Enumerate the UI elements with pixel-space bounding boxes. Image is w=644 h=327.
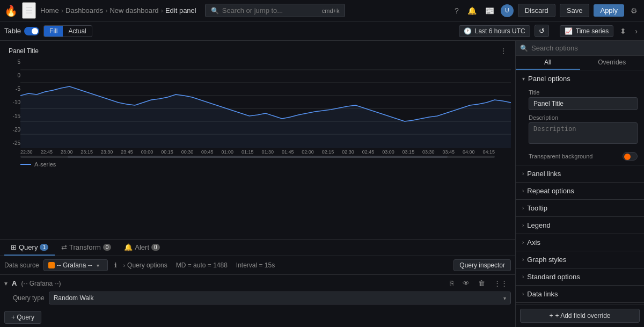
breadcrumb-dashboards[interactable]: Dashboards — [65, 6, 103, 14]
query-type-select[interactable]: Random Walk ▾ — [49, 292, 511, 304]
transform-tab-label: Transform — [69, 243, 101, 251]
help-icon-button[interactable]: ? — [452, 4, 461, 17]
breadcrumb-new-dashboard[interactable]: New dashboard — [109, 6, 158, 14]
data-links-header[interactable]: › Data links — [516, 286, 644, 302]
y-axis-labels: 5 0 -5 -10 -15 -20 -25 — [4, 57, 20, 148]
query-tab-badge: 1 — [40, 244, 48, 251]
clock-icon: 🕐 — [464, 27, 472, 35]
tab-alert[interactable]: 🔔 Alert 0 — [118, 240, 166, 256]
option-group-panel-options: ▾ Panel options Title Description Transp… — [516, 70, 644, 165]
fill-button[interactable]: Fill — [44, 26, 63, 37]
legend-line — [20, 164, 31, 165]
query-drag-button[interactable]: ⋮⋮ — [491, 278, 511, 288]
save-button[interactable]: Save — [560, 4, 590, 17]
table-view-toggle[interactable] — [24, 27, 39, 35]
transparent-bg-toggle[interactable] — [623, 152, 638, 161]
table-view-label: Table — [4, 27, 21, 35]
query-type-row: Query type Random Walk ▾ — [4, 292, 511, 304]
alert-tab-label: Alert — [135, 243, 149, 251]
option-group-legend: › Legend — [516, 217, 644, 234]
chevron-panel-options: ▾ — [522, 76, 525, 82]
add-override-label: + Add field override — [555, 312, 610, 319]
panel-description-section: Description — [516, 112, 644, 150]
panel-description-input[interactable] — [529, 122, 638, 144]
graph-styles-header[interactable]: › Graph styles — [516, 251, 644, 268]
breadcrumb-edit-panel: Edit panel — [165, 6, 196, 14]
tab-query[interactable]: ⊞ Query 1 — [4, 240, 55, 256]
options-search: 🔍 — [516, 41, 644, 56]
chevron-graph-styles: › — [522, 257, 524, 263]
alert-tab-icon: 🔔 — [124, 243, 133, 251]
panel-menu-icon[interactable]: ⋮ — [500, 47, 507, 55]
transform-tab-badge: 0 — [103, 244, 112, 251]
refresh-button[interactable]: ↺ — [535, 25, 549, 37]
news-icon-button[interactable]: 📰 — [483, 4, 496, 17]
search-input[interactable] — [222, 6, 319, 14]
discard-button[interactable]: Discard — [518, 4, 555, 17]
chart-svg — [20, 57, 511, 148]
viz-icon: 📈 — [565, 27, 573, 35]
panel-toolbar: Table Fill Actual 🕐 Last 6 hours UTC ↺ 📈… — [0, 21, 644, 41]
main-layout: Panel Title ⋮ 5 0 -5 -10 -15 -20 -25 — [0, 41, 644, 327]
tab-transform[interactable]: ⇄ Transform 0 — [55, 240, 118, 256]
chevron-tooltip: › — [522, 205, 524, 211]
datasource-icon — [48, 262, 55, 268]
query-delete-button[interactable]: 🗑 — [475, 278, 488, 288]
legend-header[interactable]: › Legend — [516, 217, 644, 234]
transparent-bg-section: Transparent background — [516, 150, 644, 165]
chevron-panel-links: › — [522, 171, 524, 177]
time-range-picker[interactable]: 🕐 Last 6 hours UTC — [459, 25, 530, 37]
panel-options-header[interactable]: ▾ Panel options — [516, 70, 644, 87]
chevron-repeat-options: › — [522, 188, 524, 194]
options-search-input[interactable] — [531, 44, 640, 52]
search-bar[interactable]: 🔍 cmd+k — [205, 4, 346, 17]
actual-button[interactable]: Actual — [63, 26, 91, 37]
options-list: ▾ Panel options Title Description Transp… — [516, 70, 644, 304]
axis-header[interactable]: › Axis — [516, 234, 644, 251]
datasource-info-button[interactable]: ℹ — [112, 259, 119, 271]
add-override-button[interactable]: + + Add field override — [520, 309, 640, 323]
chevron-down-icon: ▾ — [97, 263, 99, 268]
title-field-label: Title — [529, 89, 638, 96]
bell-icon-button[interactable]: 🔔 — [465, 4, 479, 17]
hamburger-button[interactable]: ☰ — [22, 2, 36, 19]
breadcrumb-home[interactable]: Home — [40, 6, 59, 14]
option-group-panel-links: › Panel links — [516, 165, 644, 183]
viz-panel-close-button[interactable]: › — [633, 25, 640, 38]
option-group-repeat-options: › Repeat options — [516, 183, 644, 200]
axis-label: Axis — [527, 238, 540, 246]
query-options-button[interactable]: › Query options — [123, 261, 167, 269]
viz-panel-expand-button[interactable]: ⬍ — [618, 25, 628, 38]
panel-title-input[interactable] — [529, 97, 638, 110]
chart-panel: Panel Title ⋮ 5 0 -5 -10 -15 -20 -25 — [0, 41, 515, 239]
view-toggle: Table — [4, 27, 39, 35]
settings-icon-button[interactable]: ⚙ — [628, 4, 640, 17]
repeat-options-header[interactable]: › Repeat options — [516, 183, 644, 199]
legend-label-right: Legend — [527, 221, 550, 229]
search-icon: 🔍 — [520, 45, 528, 52]
viz-selector[interactable]: 📈 Time series — [560, 25, 614, 37]
query-copy-button[interactable]: ⎘ — [447, 278, 457, 288]
apply-button[interactable]: Apply — [594, 4, 624, 17]
add-query-button[interactable]: + Query — [4, 311, 41, 324]
tab-all[interactable]: All — [516, 56, 580, 70]
option-group-tooltip: › Tooltip — [516, 200, 644, 217]
data-links-label: Data links — [527, 290, 558, 298]
legend-label: A-series — [34, 161, 56, 168]
query-inspector-button[interactable]: Query inspector — [453, 259, 511, 271]
query-a-grafana-ref: (-- Grafana --) — [21, 280, 61, 287]
query-eye-button[interactable]: 👁 — [459, 278, 473, 288]
query-tabs: ⊞ Query 1 ⇄ Transform 0 🔔 Alert 0 — [0, 240, 515, 256]
user-avatar-button[interactable]: U — [501, 4, 514, 17]
datasource-row: Data source -- Grafana -- ▾ ℹ › Query op… — [0, 256, 515, 275]
chevron-standard-options: › — [522, 274, 524, 280]
datasource-select[interactable]: -- Grafana -- ▾ — [43, 259, 108, 271]
tab-overrides[interactable]: Overrides — [580, 56, 645, 70]
breadcrumb-sep-3: › — [161, 6, 163, 14]
panel-links-header[interactable]: › Panel links — [516, 165, 644, 182]
collapse-icon[interactable]: ▾ — [4, 280, 8, 287]
standard-options-header[interactable]: › Standard options — [516, 268, 644, 285]
datasource-value: -- Grafana -- — [57, 261, 92, 269]
chevron-down-icon-qt: ▾ — [503, 295, 506, 301]
tooltip-header[interactable]: › Tooltip — [516, 200, 644, 216]
